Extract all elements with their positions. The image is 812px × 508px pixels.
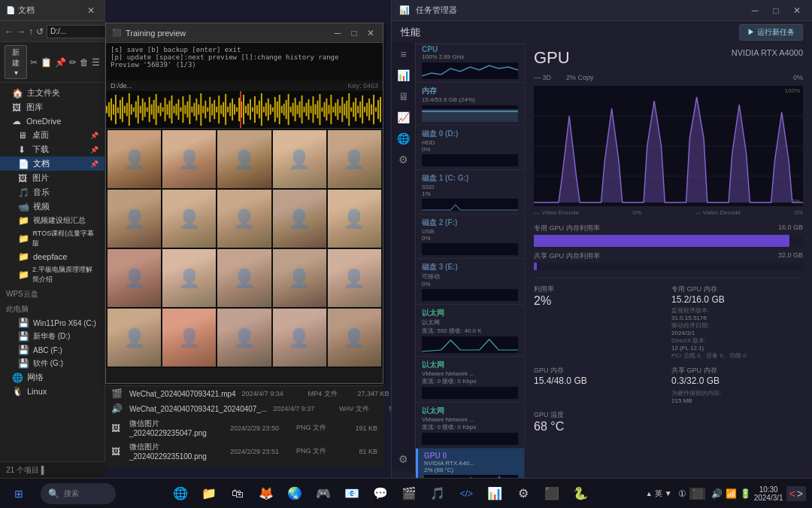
sidebar-item-deepface[interactable]: 📁 deepface xyxy=(0,250,105,263)
taskbar-app-terminal[interactable]: ⬛ xyxy=(538,480,565,507)
sidebar-icon-6[interactable]: ⚙ xyxy=(398,154,408,166)
sidebar-item-music[interactable]: 🎵 音乐 xyxy=(0,185,105,199)
taskbar-app-wechat[interactable]: 💬 xyxy=(367,480,394,507)
sidebar-item-pictures[interactable]: 🖼 图片 xyxy=(0,171,105,185)
start-button[interactable]: ⊞ xyxy=(0,479,38,508)
mem-mini-chart xyxy=(422,105,518,122)
network-icon-tray[interactable]: 📶 xyxy=(726,488,737,499)
tray-up-arrow[interactable]: ▲ xyxy=(646,490,653,497)
taskbar-app-media[interactable]: 🎬 xyxy=(395,480,423,507)
sidebar-item-downloads[interactable]: ⬇ 下载 📌 xyxy=(0,142,105,157)
sidebar-item-onedrive[interactable]: ☁ OneDrive xyxy=(0,114,105,128)
sidebar-item-label: 音乐 xyxy=(33,187,50,198)
sidebar-item-folder1[interactable]: 📁 视频建设组汇总 xyxy=(0,214,105,227)
tm-close-btn[interactable]: ✕ xyxy=(789,3,804,18)
fe-cut-btn[interactable]: ✂ xyxy=(30,55,38,70)
taskbar-app-game[interactable]: 🎮 xyxy=(310,480,337,507)
perf-item-eth3[interactable]: 以太网 VMware Network ... 发送: 0 接收: 0 Kbps xyxy=(416,403,524,449)
taskbar-app-firefox[interactable]: 🦊 xyxy=(253,480,280,507)
fe-rename-btn[interactable]: ✏ xyxy=(69,55,77,70)
gallery-icon: 🖼 xyxy=(12,102,23,113)
sidebar-item-desktop[interactable]: 🖥 桌面 📌 xyxy=(0,128,105,142)
taskbar-app-explorer[interactable]: 📁 xyxy=(195,480,223,507)
sidebar-icon-2[interactable]: 📊 xyxy=(397,69,410,81)
fe-close-btn[interactable]: ✕ xyxy=(83,3,98,18)
sidebar-icon-3[interactable]: 🖥 xyxy=(398,90,409,102)
tm-minimize-btn[interactable]: ─ xyxy=(747,3,762,18)
sidebar-item-c[interactable]: 💾 Win11Pro X64 (C:) xyxy=(0,316,105,330)
taskbar-app-store[interactable]: 🛍 xyxy=(224,480,251,507)
fe-view-btn[interactable]: ☰ xyxy=(92,55,100,70)
tray-input[interactable]: ▼ xyxy=(665,489,672,497)
battery-icon[interactable]: 🔋 xyxy=(740,488,751,499)
fe-forward-btn[interactable]: → xyxy=(17,24,26,39)
perf-item-disk1[interactable]: 磁盘 1 (C: G:) SSD 1% xyxy=(416,170,524,214)
fe-title: 文档 xyxy=(18,5,35,16)
sidebar-item-abc[interactable]: 💾 ABC (F:) xyxy=(0,343,105,357)
taskbar-app-edge[interactable]: 🌐 xyxy=(167,480,194,507)
taskbar-app-python[interactable]: 🐍 xyxy=(567,480,594,507)
sidebar-item-home[interactable]: 🏠 主文件夹 xyxy=(0,86,105,100)
sidebar-item-label: 下载 xyxy=(32,144,49,155)
taskbar-app-mail[interactable]: 📧 xyxy=(338,480,365,507)
sidebar-icon-1[interactable]: ≡ xyxy=(400,48,406,60)
tp-close-btn[interactable]: ✕ xyxy=(365,27,377,39)
sidebar-item-folder4[interactable]: 📁 2.平板电脑原理理解简介绍 xyxy=(0,263,105,286)
taskbar-app-vscode[interactable]: </> xyxy=(453,480,480,507)
fe-back-btn[interactable]: ← xyxy=(5,24,14,39)
perf-item-cpu[interactable]: CPU 100% 2.89 GHz xyxy=(416,42,524,83)
tray-icons: ① ⬛ xyxy=(678,488,705,500)
perf-item-disk2[interactable]: 磁盘 2 (F:) USB 0% xyxy=(416,214,524,259)
perf-item-eth1[interactable]: 以太网 以太网 发送: 592 接收: 40.0 K xyxy=(416,305,524,357)
tray-lang[interactable]: 英 xyxy=(655,488,662,499)
gpu-mem-shared-max: 32.0 GB xyxy=(778,251,803,261)
fe-delete-btn[interactable]: 🗑 xyxy=(80,55,89,70)
sidebar-item-g[interactable]: 💾 软件 (G:) xyxy=(0,357,105,370)
tray-icon-black[interactable]: ⬛ xyxy=(689,488,705,500)
taskbar-search[interactable]: 🔍 搜索 xyxy=(41,483,116,504)
perf-item-disk3[interactable]: 磁盘 3 (E:) 可移动 0% xyxy=(416,259,524,305)
disk1-mini-chart xyxy=(422,199,518,211)
tray-icon-1[interactable]: ① xyxy=(678,488,686,499)
tp-minimize-btn[interactable]: ─ xyxy=(332,27,344,39)
svg-rect-80 xyxy=(283,104,285,116)
fe-up-btn[interactable]: ↑ xyxy=(29,24,33,39)
perf-item-gpu[interactable]: GPU 0 NVIDIA RTX A40... 2% (68 °C) xyxy=(416,449,524,478)
sidebar-icon-5[interactable]: 🌐 xyxy=(397,132,410,144)
taskbar-app-office[interactable]: 📊 xyxy=(481,480,508,507)
sidebar-item-d[interactable]: 💾 新华卷 (D:) xyxy=(0,330,105,343)
sidebar-icon-settings[interactable]: ⚙ xyxy=(398,453,408,465)
perf-item-disk0[interactable]: 磁盘 0 (D:) HDD 0% xyxy=(416,126,524,170)
fe-navigation: 🏠 主文件夹 🖼 图库 ☁ OneDrive 🖥 桌面 📌 ⬇ 下载 📌 📄 文… xyxy=(0,83,105,489)
sidebar-item-label: RTOS课程(点量字幕版 xyxy=(32,229,98,248)
taskbar-app-chrome[interactable]: 🌏 xyxy=(281,480,308,507)
fe-new-button[interactable]: 新建 ▾ xyxy=(5,45,27,79)
sidebar-item-network[interactable]: 🌐 网络 xyxy=(0,370,105,385)
volume-icon[interactable]: 🔊 xyxy=(711,488,723,499)
file-item-1[interactable]: 🎬 WeChat_20240407093421.mp4 2024/4/7 9:3… xyxy=(105,386,383,401)
file-item-2[interactable]: 🔊 WeChat_20240407093421_20240407_... 202… xyxy=(105,401,383,416)
file-item-3[interactable]: 🖼 微信图片_20240229235047.png 2024/2/29 23:5… xyxy=(105,416,383,440)
gpu-mem-shared-track xyxy=(534,263,803,270)
tm-run-button[interactable]: ▶ 运行新任务 xyxy=(739,24,803,41)
gpu-mem-shared: 共享 GPU 内存利用率 32.0 GB xyxy=(534,251,803,270)
fe-copy-btn[interactable]: 📋 xyxy=(41,55,52,70)
sidebar-icon-4[interactable]: 📈 xyxy=(397,111,410,123)
taskbar-app-music[interactable]: 🎵 xyxy=(424,480,451,507)
svg-rect-73 xyxy=(268,99,269,120)
tp-maximize-btn[interactable]: □ xyxy=(348,27,360,39)
sidebar-item-documents[interactable]: 📄 文档 📌 xyxy=(0,157,105,171)
gpu-metrics-row: — 3D 2% Copy 0% xyxy=(534,74,803,81)
perf-item-eth2[interactable]: 以太网 VMware Network ... 发送: 0 接收: 0 Kbps xyxy=(416,357,524,403)
video-encode-label: — Video Encode xyxy=(534,209,579,216)
taskbar-app-settings[interactable]: ⚙ xyxy=(510,480,537,507)
file-item-4[interactable]: 🖼 微信图片_20240229235100.png 2024/2/29 23:5… xyxy=(105,440,383,463)
fe-paste-btn[interactable]: 📌 xyxy=(55,55,66,70)
sidebar-item-videos[interactable]: 📹 视频 xyxy=(0,199,105,214)
sidebar-item-gallery[interactable]: 🖼 图库 xyxy=(0,100,105,114)
fe-refresh-btn[interactable]: ↺ xyxy=(36,24,44,39)
tm-maximize-btn[interactable]: □ xyxy=(768,3,783,18)
sidebar-item-folder2[interactable]: 📁 RTOS课程(点量字幕版 xyxy=(0,227,105,250)
perf-item-memory[interactable]: 内存 15.4/53.9 GB (24%) xyxy=(416,83,524,126)
sidebar-item-linux[interactable]: 🐧 Linux xyxy=(0,385,105,398)
